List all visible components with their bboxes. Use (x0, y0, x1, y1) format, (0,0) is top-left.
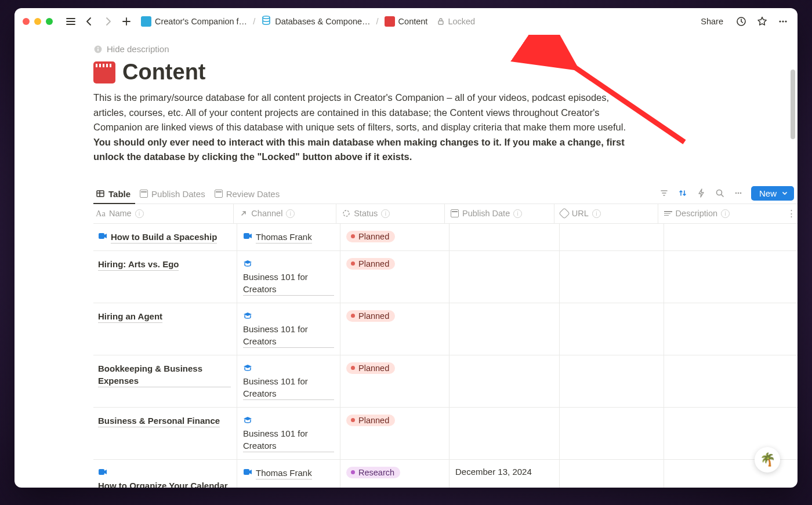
table-body: How to Build a SpaceshipThomas FrankPlan… (93, 224, 798, 488)
status-badge: Planned (346, 310, 395, 322)
cell-desc[interactable] (664, 303, 792, 355)
table-row[interactable]: Business & Personal FinanceBusiness 101 … (93, 408, 798, 460)
cell-url[interactable] (560, 224, 664, 250)
tab-label: Review Dates (226, 189, 280, 199)
cell-date[interactable] (449, 251, 560, 303)
scrollbar[interactable] (791, 70, 795, 139)
share-button[interactable]: Share (697, 15, 727, 28)
row-name: How to Build a Spaceship (111, 231, 217, 244)
page-title[interactable]: Content (122, 60, 206, 85)
new-page-icon[interactable] (120, 15, 133, 28)
breadcrumb-item-2[interactable]: Content (382, 14, 430, 28)
cell-channel[interactable]: Business 101 for Creators (237, 355, 340, 407)
tab-publish-dates[interactable]: Publish Dates (137, 186, 210, 204)
cell-name[interactable]: Bookkeeping & Business Expenses (93, 355, 237, 407)
col-header-status[interactable]: Statusi (336, 204, 445, 223)
more-icon[interactable] (733, 187, 744, 199)
table-row[interactable]: How to Build a SpaceshipThomas FrankPlan… (93, 224, 798, 251)
course-icon (243, 259, 252, 267)
col-header-name[interactable]: AaNamei (91, 204, 234, 223)
cell-desc[interactable] (664, 251, 792, 303)
locked-button[interactable]: Locked (433, 15, 478, 28)
cell-desc[interactable] (664, 224, 792, 250)
table-row[interactable]: How to Organize Your CalendarThomas Fran… (93, 460, 798, 488)
page-title-row: Content (93, 60, 798, 85)
desc-plain: This is the primary/source database for … (93, 92, 626, 132)
hide-description-label: Hide description (107, 44, 169, 54)
table-row[interactable]: Hiring: Arts vs. EgoBusiness 101 for Cre… (93, 251, 798, 303)
row-channel: Business 101 for Creators (243, 427, 334, 452)
col-header-date[interactable]: Publish Datei (445, 204, 554, 223)
new-button[interactable]: New (751, 186, 794, 201)
video-icon (243, 232, 252, 240)
cell-channel[interactable]: Business 101 for Creators (237, 251, 340, 303)
cell-url[interactable] (560, 355, 664, 407)
cell-status[interactable]: Planned (340, 408, 449, 459)
star-icon[interactable] (756, 15, 768, 28)
hamburger-icon[interactable] (64, 15, 77, 28)
table-row[interactable]: Hiring an AgentBusiness 101 for Creators… (93, 303, 798, 355)
filter-icon[interactable] (658, 187, 670, 199)
cell-name[interactable]: Hiring an Agent (93, 303, 237, 355)
more-icon[interactable] (777, 15, 789, 28)
minimize-icon[interactable] (34, 18, 41, 25)
cell-desc[interactable] (664, 355, 792, 407)
cell-date[interactable] (449, 355, 560, 407)
col-header-more[interactable]: ⋮ (785, 204, 798, 223)
automation-icon[interactable] (695, 187, 707, 199)
app-window: Creator's Companion f… / Databases & Com… (14, 8, 798, 488)
breadcrumb-item-0[interactable]: Creator's Companion f… (139, 14, 249, 28)
cell-name[interactable]: Business & Personal Finance (93, 408, 237, 459)
page-description[interactable]: This is the primary/source database for … (93, 90, 633, 165)
tab-review-dates[interactable]: Review Dates (212, 186, 285, 204)
cell-name[interactable]: Hiring: Arts vs. Ego (93, 251, 237, 303)
row-channel: Business 101 for Creators (243, 271, 334, 296)
calendar-icon (215, 190, 223, 198)
table-row[interactable]: Bookkeeping & Business ExpensesBusiness … (93, 355, 798, 408)
cell-url[interactable] (560, 303, 664, 355)
help-fab[interactable]: 🌴 (755, 447, 780, 473)
status-badge: Research (346, 467, 400, 478)
row-name: How to Organize Your Calendar (98, 479, 228, 488)
cell-date[interactable] (449, 408, 560, 459)
cell-name[interactable]: How to Build a Spaceship (93, 224, 237, 250)
cell-url[interactable] (560, 460, 664, 488)
status-badge: Planned (346, 258, 395, 270)
cell-channel[interactable]: Business 101 for Creators (237, 408, 340, 459)
breadcrumb-item-1[interactable]: Databases & Compone… (259, 13, 372, 30)
sort-icon[interactable] (677, 187, 688, 199)
tab-table[interactable]: Table (93, 186, 135, 204)
status-badge: Planned (346, 415, 395, 426)
cell-channel[interactable]: Thomas Frank (237, 460, 340, 488)
cell-date[interactable]: December 13, 2024 (449, 460, 560, 488)
info-icon: i (135, 209, 144, 218)
cell-url[interactable] (560, 408, 664, 459)
col-header-desc[interactable]: Descriptioni (658, 204, 785, 223)
cell-status[interactable]: Planned (340, 224, 449, 250)
cell-date[interactable] (449, 303, 560, 355)
cell-date[interactable] (449, 224, 560, 250)
maximize-icon[interactable] (46, 18, 53, 25)
cell-status[interactable]: Planned (340, 355, 449, 407)
hide-description-button[interactable]: Hide description (93, 42, 798, 60)
cell-channel[interactable]: Business 101 for Creators (237, 303, 340, 355)
row-name: Hiring an Agent (98, 310, 162, 323)
cell-url[interactable] (560, 251, 664, 303)
cell-channel[interactable]: Thomas Frank (237, 224, 340, 250)
col-header-channel[interactable]: Channeli (234, 204, 336, 223)
page-icon[interactable] (93, 61, 115, 83)
database-views-bar: Table Publish Dates Review Dates (93, 186, 798, 204)
svg-point-5 (785, 20, 786, 22)
clock-icon[interactable] (735, 15, 748, 28)
close-icon[interactable] (23, 18, 30, 25)
cell-name[interactable]: How to Organize Your Calendar (93, 460, 237, 488)
cell-status[interactable]: Planned (340, 251, 449, 303)
col-header-url[interactable]: URLi (554, 204, 658, 223)
database-table: AaNamei Channeli Statusi Publish Datei U… (93, 204, 798, 488)
forward-icon[interactable] (102, 15, 114, 28)
cell-status[interactable]: Planned (340, 303, 449, 355)
search-icon[interactable] (714, 187, 726, 199)
cell-status[interactable]: Research (340, 460, 449, 488)
back-icon[interactable] (83, 15, 96, 28)
link-icon (559, 208, 570, 219)
